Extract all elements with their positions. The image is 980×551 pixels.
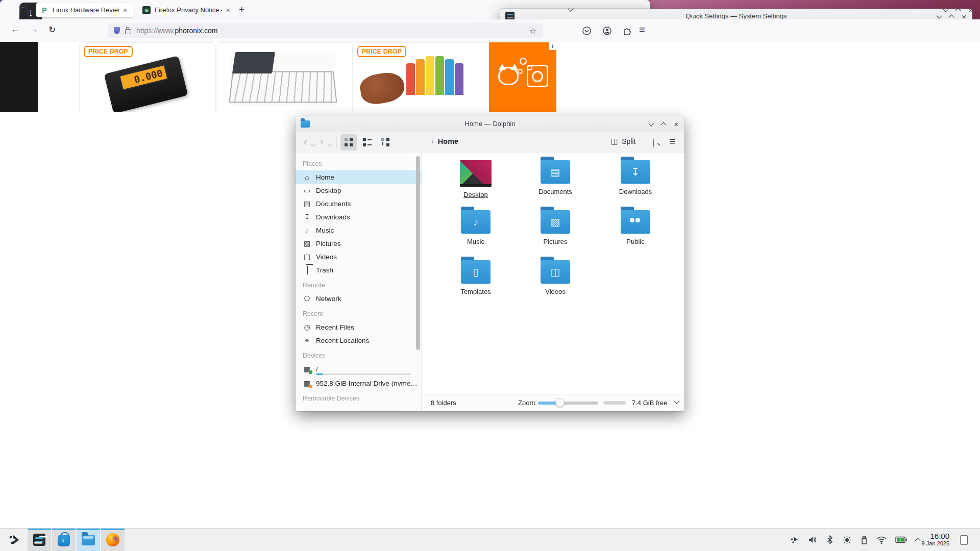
folder-videos[interactable]: ◫ Videos — [527, 260, 583, 295]
place-documents[interactable]: ▤Documents — [296, 197, 421, 210]
maximize-button[interactable] — [955, 8, 961, 13]
icons-view-button[interactable] — [340, 134, 357, 151]
bookmark-star-icon[interactable]: ☆ — [529, 26, 536, 36]
hamburger-menu-icon[interactable]: ≡ — [669, 135, 675, 147]
new-tab-button[interactable]: + — [239, 4, 244, 15]
place-desktop[interactable]: ▭Desktop — [296, 184, 421, 197]
hamburger-menu-icon[interactable]: ≡ — [639, 24, 645, 36]
account-icon[interactable] — [602, 26, 612, 36]
place-videos[interactable]: ◫Videos — [296, 250, 421, 263]
price-drop-badge: PRICE DROP — [357, 46, 406, 57]
places-scrollbar[interactable] — [416, 156, 420, 350]
place-label: Home — [316, 173, 334, 181]
firefox-view-icon[interactable] — [19, 6, 28, 14]
forward-button[interactable]: → — [30, 24, 38, 35]
ad-slot-organizer[interactable]: PRICE DROP — [353, 42, 489, 112]
breadcrumb-location[interactable]: Home — [438, 137, 458, 145]
url-bar[interactable]: https://www.phoronix.com ☆ — [108, 23, 543, 38]
forward-button[interactable]: › — [320, 136, 324, 146]
place-label: / — [316, 365, 318, 373]
task-firefox[interactable] — [101, 529, 125, 551]
close-button[interactable]: × — [968, 6, 973, 14]
videos-glyph: ◫ — [551, 266, 560, 278]
place-trash[interactable]: Trash — [296, 263, 421, 277]
close-button[interactable]: × — [674, 120, 678, 128]
folder-public[interactable]: Public — [607, 210, 664, 245]
show-desktop-button[interactable] — [960, 535, 968, 545]
task-system-settings[interactable] — [28, 529, 51, 551]
place-network[interactable]: ⎔Network — [296, 292, 421, 305]
clock-time: 16:00 — [922, 532, 949, 540]
url-text[interactable]: https://www.phoronix.com — [136, 27, 218, 35]
tracking-protection-shield-icon[interactable] — [114, 27, 120, 34]
details-view-button[interactable] — [359, 134, 375, 151]
folder-desktop[interactable]: Desktop — [448, 160, 504, 198]
tab-firefox-privacy-notice[interactable]: ▣ Firefox Privacy Notice — M × — [138, 3, 235, 17]
tab-close-icon[interactable]: × — [226, 6, 230, 14]
tree-view-button[interactable] — [377, 134, 394, 151]
task-dolphin[interactable] — [77, 529, 100, 551]
clock-date: 9 Jan 2025 — [922, 540, 949, 547]
removable-device-icon[interactable] — [861, 535, 868, 545]
back-button[interactable]: ‹ — [304, 136, 307, 146]
pocket-icon[interactable] — [582, 26, 592, 36]
place-music[interactable]: ♪Music — [296, 223, 421, 237]
ad-slot-scale[interactable]: PRICE DROP 0.000 — [79, 42, 216, 112]
ad-slot-orange[interactable]: i — [489, 42, 556, 112]
application-launcher-button[interactable] — [3, 529, 27, 551]
capacity-pill — [603, 401, 626, 405]
tab-list-chevron-icon[interactable] — [568, 6, 573, 11]
place-recent-locations[interactable]: ⌖Recent Locations — [296, 334, 421, 347]
ad-slot-dish-rack[interactable] — [216, 42, 353, 112]
forward-dropdown-icon[interactable] — [328, 142, 332, 146]
dolphin-places-panel: Places ⌂Home ▭Desktop ▤Documents ↧Downlo… — [296, 153, 422, 411]
breadcrumb[interactable]: › Home — [431, 137, 458, 145]
bubble-icon — [520, 58, 527, 65]
task-discover[interactable] — [52, 529, 76, 551]
folder-music[interactable]: ♪ Music — [448, 210, 504, 245]
minimize-button[interactable] — [649, 120, 654, 126]
show-desktop-icon — [960, 535, 968, 545]
chevron-down-icon[interactable] — [674, 398, 679, 404]
reload-button[interactable]: ↻ — [48, 24, 56, 35]
tab-close-icon[interactable]: × — [123, 6, 127, 14]
adchoices-icon[interactable]: i — [549, 42, 556, 50]
zoom-slider-handle[interactable] — [555, 398, 565, 407]
night-light-icon[interactable] — [842, 535, 852, 545]
recent-locations-icon: ⌖ — [303, 336, 311, 345]
button-label: Split — [622, 137, 635, 145]
folder-documents[interactable]: ▤ Documents — [527, 160, 583, 195]
eject-icon[interactable]: ▲ — [408, 410, 414, 411]
page-dark-strip — [0, 42, 38, 112]
folder-templates[interactable]: ▯ Templates — [448, 260, 504, 295]
folder-label: Desktop — [448, 191, 504, 198]
clock[interactable]: 16:00 9 Jan 2025 — [922, 532, 949, 547]
place-pictures[interactable]: ▨Pictures — [296, 237, 421, 250]
device-removable[interactable]: ⊟ neon unstable 20250105-12… ▲ — [296, 406, 421, 411]
phoronix-favicon: P — [40, 6, 48, 14]
folder-label: Templates — [448, 288, 504, 295]
search-icon[interactable] — [653, 138, 654, 148]
expand-tray-chevron-icon[interactable] — [915, 538, 920, 543]
place-downloads[interactable]: ↧Downloads — [296, 210, 421, 223]
public-glyph — [629, 218, 642, 226]
device-internal-drive[interactable]: ▥ 952.8 GiB Internal Drive (nvme… — [296, 377, 421, 390]
folder-pictures[interactable]: ▨ Pictures — [527, 210, 583, 245]
bluetooth-icon[interactable] — [826, 535, 834, 544]
tab-linux-hardware-reviews[interactable]: P Linux Hardware Reviews & × — [36, 3, 134, 17]
back-dropdown-icon[interactable] — [311, 142, 315, 146]
dolphin-titlebar[interactable]: Home — Dolphin × — [296, 116, 684, 132]
split-button[interactable]: ◫ Split — [611, 137, 635, 146]
minimize-button[interactable] — [943, 6, 949, 12]
kdeconnect-icon[interactable] — [790, 535, 799, 544]
place-home[interactable]: ⌂Home — [296, 170, 421, 184]
pictures-glyph: ▨ — [551, 216, 560, 228]
folder-downloads[interactable]: ↧ Downloads — [607, 160, 664, 195]
wifi-icon[interactable] — [876, 536, 887, 544]
place-recent-files[interactable]: ◷Recent Files — [296, 320, 421, 334]
extensions-puzzle-icon[interactable] — [622, 26, 632, 36]
back-button[interactable]: ← — [11, 24, 20, 35]
battery-icon[interactable] — [895, 536, 907, 543]
volume-icon[interactable] — [808, 535, 818, 544]
maximize-button[interactable] — [661, 122, 667, 128]
